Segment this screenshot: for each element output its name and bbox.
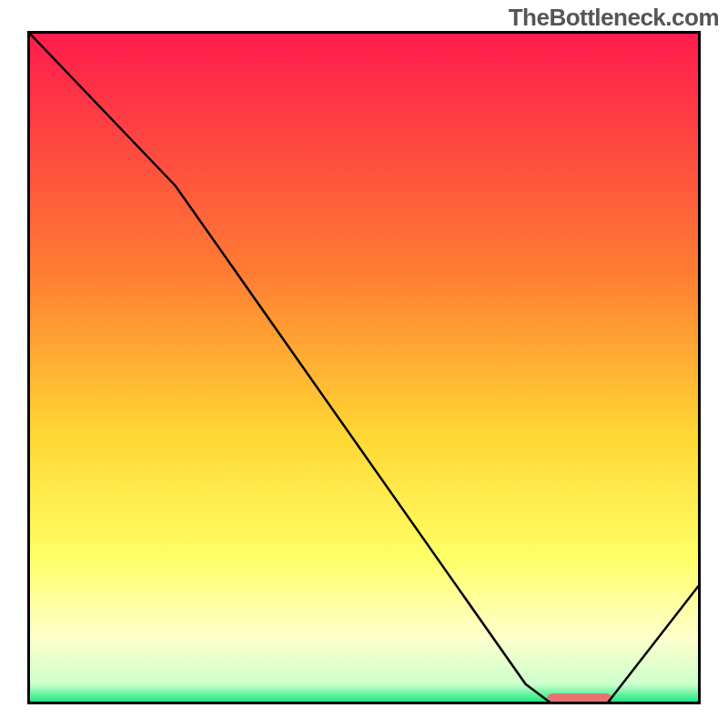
watermark-text: TheBottleneck.com [509,4,719,32]
chart-svg [27,31,701,704]
gradient-background [27,31,701,704]
plot-area [27,31,701,704]
chart-container: TheBottleneck.com [0,0,728,728]
